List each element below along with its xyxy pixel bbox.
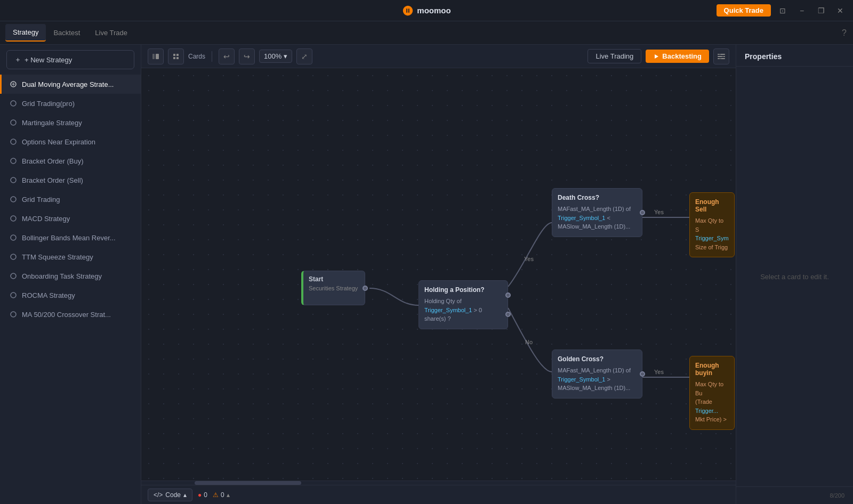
tab-live-trade[interactable]: Live Trade bbox=[87, 25, 135, 41]
window-close-button[interactable]: ✕ bbox=[833, 3, 848, 18]
connector-dot bbox=[640, 210, 645, 215]
svg-point-5 bbox=[11, 177, 16, 183]
live-trading-button[interactable]: Live Trading bbox=[588, 49, 641, 63]
strategy-icon bbox=[9, 253, 18, 261]
window-restore-button[interactable]: ❐ bbox=[814, 3, 828, 18]
strategy-icon bbox=[9, 137, 18, 146]
tab-strategy[interactable]: Strategy bbox=[5, 24, 46, 42]
sidebar-item-options-near[interactable]: Options Near Expiration bbox=[0, 132, 141, 151]
settings-button[interactable] bbox=[713, 48, 729, 64]
error-count: 0 bbox=[204, 491, 207, 499]
properties-panel: Properties Select a card to edit it. 8/2… bbox=[736, 45, 853, 504]
sidebar-item-grid-trading[interactable]: Grid Trading bbox=[0, 190, 141, 209]
play-icon bbox=[653, 53, 659, 60]
properties-empty-text: Select a card to edit it. bbox=[736, 67, 853, 486]
warning-count: 0 bbox=[221, 491, 224, 499]
properties-title: Properties bbox=[736, 45, 853, 67]
svg-rect-14 bbox=[156, 54, 159, 59]
toggle-sidebar-button[interactable] bbox=[148, 48, 164, 64]
node-golden-cross-body: MAFast_MA_Length (1D) of Trigger_Symbol_… bbox=[558, 366, 637, 393]
sidebar-item-bracket-buy[interactable]: Bracket Order (Buy) bbox=[0, 151, 141, 170]
node-golden-cross[interactable]: Golden Cross? MAFast_MA_Length (1D) of T… bbox=[552, 349, 642, 399]
sidebar-item-martingale[interactable]: Martingale Strategy bbox=[0, 113, 141, 132]
warning-badge: ⚠ 0 ▴ bbox=[213, 491, 230, 499]
sidebar-item-label: Onboarding Task Strategy bbox=[22, 272, 102, 280]
sidebar-item-grid-pro[interactable]: Grid Trading(pro) bbox=[0, 94, 141, 113]
code-button[interactable]: </> Code ▴ bbox=[148, 489, 192, 501]
node-holding-body: Holding Qty of Trigger_Symbol_1 > 0 shar… bbox=[424, 297, 502, 323]
svg-rect-28 bbox=[720, 58, 721, 59]
strategy-icon bbox=[9, 99, 18, 108]
zoom-selector[interactable]: 100% ▾ bbox=[259, 50, 292, 63]
strategy-icon bbox=[9, 195, 18, 204]
cards-button[interactable] bbox=[168, 48, 184, 64]
svg-point-8 bbox=[11, 235, 16, 240]
connector-dot-no bbox=[505, 312, 511, 317]
node-start-subtitle: Securities Strategy bbox=[303, 285, 365, 291]
sidebar-item-bracket-sell[interactable]: Bracket Order (Sell) bbox=[0, 170, 141, 190]
svg-rect-21 bbox=[718, 56, 725, 57]
window-controls: Quick Trade ⊡ − ❐ ✕ bbox=[717, 3, 848, 18]
strategy-icon bbox=[9, 176, 18, 184]
node-holding[interactable]: Holding a Position? Holding Qty of Trigg… bbox=[419, 280, 508, 329]
sidebar-item-dual-moving[interactable]: Dual Moving Average Strate... bbox=[0, 75, 141, 94]
svg-rect-18 bbox=[176, 57, 179, 59]
sidebar-item-macd[interactable]: MACD Strategy bbox=[0, 209, 141, 228]
cards-icon bbox=[173, 53, 179, 60]
node-enough-sell-title: Enough Sell bbox=[695, 198, 729, 213]
canvas-scrollbar[interactable] bbox=[141, 481, 736, 485]
right-toolbar: Live Trading Backtesting bbox=[588, 48, 729, 64]
svg-point-4 bbox=[11, 158, 16, 164]
node-death-cross-title: Death Cross? bbox=[558, 194, 637, 201]
canvas[interactable]: Yes No Yes Yes Start Securities Strategy… bbox=[141, 68, 736, 481]
svg-rect-24 bbox=[719, 54, 720, 55]
svg-point-3 bbox=[11, 139, 16, 144]
svg-point-6 bbox=[11, 197, 16, 202]
svg-rect-26 bbox=[722, 56, 723, 57]
svg-point-11 bbox=[11, 292, 16, 298]
node-start-title: Start bbox=[303, 271, 365, 285]
sidebar-item-ma50[interactable]: MA 50/200 Crossover Strat... bbox=[0, 305, 141, 324]
sidebar-item-onboarding[interactable]: Onboarding Task Strategy bbox=[0, 266, 141, 286]
node-death-cross-body: MAFast_MA_Length (1D) of Trigger_Symbol_… bbox=[558, 205, 637, 231]
plus-icon: ＋ bbox=[14, 55, 21, 64]
canvas-scrollbar-thumb[interactable] bbox=[195, 481, 301, 485]
node-death-cross[interactable]: Death Cross? MAFast_MA_Length (1D) of Tr… bbox=[552, 188, 642, 237]
undo-button[interactable]: ↩ bbox=[219, 48, 235, 64]
sidebar-item-label: Dual Moving Average Strate... bbox=[22, 80, 114, 88]
svg-rect-15 bbox=[173, 54, 175, 56]
node-enough-sell[interactable]: Enough Sell Max Qty to S Trigger_Sym Siz… bbox=[689, 192, 735, 257]
code-icon: </> bbox=[154, 491, 163, 499]
new-strategy-button[interactable]: ＋ + New Strategy bbox=[6, 50, 134, 69]
help-icon[interactable]: ? bbox=[842, 28, 847, 38]
sidebar-item-rocma[interactable]: ROCMA Strategy bbox=[0, 286, 141, 305]
node-start[interactable]: Start Securities Strategy bbox=[301, 271, 365, 305]
strategy-icon bbox=[9, 80, 18, 88]
svg-rect-20 bbox=[718, 54, 725, 55]
canvas-area: Cards ↩ ↪ 100% ▾ ⤢ Live Trading Backtest… bbox=[141, 45, 736, 504]
tab-backtest[interactable]: Backtest bbox=[46, 25, 87, 41]
svg-text:Yes: Yes bbox=[654, 209, 664, 215]
strategy-icon bbox=[9, 233, 18, 242]
chevron-down-icon: ▾ bbox=[284, 52, 287, 60]
error-badge: ● 0 bbox=[198, 491, 207, 499]
backtesting-button[interactable]: Backtesting bbox=[646, 50, 709, 63]
node-holding-title: Holding a Position? bbox=[424, 286, 502, 294]
window-screenshot-button[interactable]: ⊡ bbox=[775, 3, 790, 18]
node-enough-buy[interactable]: Enough buyin Max Qty to Bu (Trade Trigge… bbox=[689, 356, 735, 430]
sidebar-item-ttm[interactable]: TTM Squeeze Strategy bbox=[0, 247, 141, 266]
window-minimize-button[interactable]: − bbox=[794, 3, 809, 18]
main-layout: ＋ + New Strategy Dual Moving Average Str… bbox=[0, 45, 853, 504]
quick-trade-button[interactable]: Quick Trade bbox=[717, 4, 771, 17]
sidebar-item-label: Grid Trading(pro) bbox=[22, 100, 75, 108]
sidebar-item-label: Bracket Order (Sell) bbox=[22, 176, 83, 184]
svg-point-2 bbox=[11, 120, 16, 125]
svg-rect-13 bbox=[152, 54, 155, 59]
svg-point-10 bbox=[11, 273, 16, 279]
fit-screen-button[interactable]: ⤢ bbox=[296, 48, 312, 64]
strategy-icon bbox=[9, 272, 18, 280]
svg-text:Yes: Yes bbox=[524, 256, 534, 262]
sidebar-item-bollinger[interactable]: Bollinger Bands Mean Rever... bbox=[0, 228, 141, 247]
sidebar-item-label: Martingale Strategy bbox=[22, 119, 82, 127]
redo-button[interactable]: ↪ bbox=[239, 48, 255, 64]
